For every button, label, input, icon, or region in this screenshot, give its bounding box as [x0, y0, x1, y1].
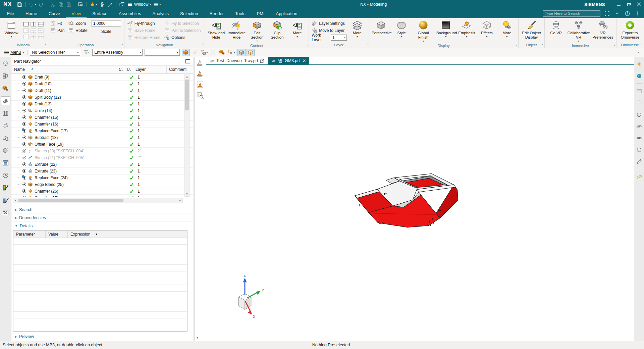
undo-button[interactable]: ▾ — [28, 1, 37, 8]
copy-button[interactable] — [57, 1, 65, 8]
suppress-check-icon[interactable] — [127, 149, 136, 153]
layout-quadt-button[interactable] — [31, 28, 37, 34]
suppress-check-icon[interactable] — [127, 162, 136, 167]
undock-panel-icon[interactable] — [185, 59, 190, 63]
tab-pmi[interactable]: PMI — [251, 9, 270, 18]
tree-row[interactable]: Draft (10)1 — [11, 81, 193, 87]
dock-window-icon[interactable] — [635, 87, 644, 95]
tab-render[interactable]: Render — [204, 9, 229, 18]
suppress-check-icon[interactable] — [127, 129, 136, 133]
group-dialog-launcher[interactable]: ▾ — [45, 43, 46, 46]
tree-row[interactable]: Draft (13)1 — [11, 101, 193, 107]
tree-column-header[interactable]: Name ▲ C. U. Layer Comment — [11, 66, 193, 74]
feature-name[interactable]: Replace Face (17) — [34, 129, 120, 133]
feature-name[interactable]: Chamfer (16) — [34, 122, 120, 127]
close-button[interactable] — [634, 0, 644, 9]
layout-hsplit-button[interactable] — [38, 22, 44, 27]
reset-filter-icon[interactable] — [82, 49, 90, 56]
tree-horizontal-scrollbar[interactable]: ◂ ▸ — [13, 198, 183, 203]
layout-sixb-button[interactable] — [31, 35, 37, 40]
emphasis-button[interactable]: Emphasis▾ — [457, 19, 476, 43]
show-and-hide-button[interactable]: Show and Hide — [207, 19, 226, 43]
vp-section-cone-white-icon[interactable] — [196, 59, 204, 67]
search-input[interactable] — [543, 11, 598, 15]
go-vr-button[interactable]: Go VR — [546, 19, 566, 43]
group-dialog-launcher[interactable]: ▾ — [641, 43, 643, 46]
group-dialog-launcher[interactable]: ▾ — [366, 43, 368, 46]
tab-application[interactable]: Application — [270, 9, 303, 18]
details-column-expression[interactable]: Expression▲ — [68, 231, 108, 238]
column-name[interactable]: Name — [14, 67, 25, 72]
scroll-up-icon[interactable]: ▲ — [185, 74, 189, 79]
tree-row[interactable]: Split Body (12)1 — [11, 94, 193, 101]
orientation-triad[interactable]: Z Y X — [228, 275, 265, 319]
scroll-right-icon[interactable]: ▸ — [178, 199, 182, 202]
section-search[interactable]: ▶Search — [11, 206, 193, 213]
part-tab[interactable]: Test_Daewon_Tray.prt — [206, 57, 268, 64]
process-studio-icon[interactable] — [1, 183, 10, 192]
suppress-check-icon[interactable] — [127, 75, 136, 80]
feature-name[interactable]: Subtract (18) — [34, 135, 120, 140]
style-button[interactable]: Style▾ — [392, 19, 411, 43]
suppress-check-icon[interactable] — [127, 182, 136, 187]
feature-name[interactable]: Edge Blend (25) — [34, 182, 120, 187]
close-tab-icon[interactable]: ✕ — [302, 59, 306, 63]
feature-name[interactable]: Sketch (20) "SKETCH_004" — [34, 149, 120, 153]
rotate-button[interactable]: Rotate — [67, 27, 89, 34]
voice-command-button[interactable] — [99, 1, 106, 8]
more-button[interactable]: More▾ — [287, 19, 307, 43]
scroll-down-icon[interactable]: ▼ — [185, 192, 189, 196]
layout-nine-button[interactable] — [38, 35, 44, 40]
selection-filter-dropdown[interactable]: No Selection Filter▾ — [30, 49, 80, 56]
help-icon[interactable]: ? — [624, 10, 631, 17]
tab-tools[interactable]: Tools — [229, 9, 251, 18]
sort-ascending-icon[interactable]: ▲ — [31, 67, 34, 70]
vp-section-box-icon[interactable] — [196, 81, 204, 89]
web-browser-icon[interactable] — [1, 158, 10, 167]
feature-name[interactable]: Replace Face (24) — [34, 176, 120, 180]
clip-section-button[interactable]: Clip Section — [267, 19, 287, 43]
suppress-check-icon[interactable] — [127, 115, 136, 120]
suppress-check-icon[interactable] — [127, 176, 136, 180]
vr-preferences-button[interactable]: VR Preferences — [591, 19, 614, 43]
tree-row[interactable]: Extrude (22)1 — [11, 161, 193, 168]
detach-tab-icon[interactable] — [260, 59, 264, 63]
layout-sixl-button[interactable] — [23, 35, 29, 40]
hd3d-tools-icon[interactable] — [1, 121, 10, 130]
feature-name[interactable]: Draft (13) — [34, 102, 120, 106]
group-dialog-launcher[interactable]: ▾ — [202, 43, 203, 46]
suppress-check-icon[interactable] — [127, 155, 136, 160]
tab-file[interactable]: File — [1, 9, 20, 18]
annotate-icon[interactable] — [635, 157, 644, 166]
group-dialog-launcher[interactable]: ▾ — [614, 44, 615, 47]
export-to-omniverse-button[interactable]: Export to Omniverse — [618, 19, 642, 42]
options-button[interactable]: Options — [163, 34, 203, 41]
body-rule-icon[interactable] — [247, 49, 255, 56]
tree-vertical-scrollbar[interactable]: ▲ ▼ — [184, 74, 190, 197]
tab-view[interactable]: View — [66, 9, 87, 18]
suppress-check-icon[interactable] — [127, 108, 136, 113]
scrollbar-thumb[interactable] — [18, 199, 123, 202]
suppress-check-icon[interactable] — [127, 82, 136, 86]
touch-mode-button[interactable] — [77, 1, 85, 8]
zoom-button[interactable]: Zoom — [67, 20, 89, 27]
suppress-check-icon[interactable] — [127, 122, 136, 127]
roles-icon[interactable] — [1, 196, 10, 204]
menubar-overflow-icon[interactable] — [634, 10, 641, 17]
section-preview[interactable]: ▶Preview — [11, 333, 193, 340]
tab-assemblies[interactable]: Assemblies — [113, 9, 147, 18]
feature-name[interactable]: Split Body (12) — [34, 95, 120, 100]
ai-sparkle-icon[interactable] — [635, 60, 644, 68]
tree-row[interactable]: Offset Face (19)1 — [11, 141, 193, 148]
column-layer[interactable]: Layer — [136, 67, 146, 72]
feature-name[interactable]: Chamfer (27) — [34, 196, 120, 197]
group-dialog-launcher[interactable]: ▾ — [306, 44, 308, 47]
feature-name[interactable]: Offset Face (19) — [34, 142, 120, 147]
edit-object-display-button[interactable]: Edit Object Display — [520, 19, 542, 42]
more-button[interactable]: More▾ — [497, 19, 517, 43]
named-selection-dropdown[interactable]: ▾ — [145, 49, 180, 56]
part-tab-active[interactable]: 별_GM3.prt✕ — [268, 57, 309, 64]
tab-selection[interactable]: Selection — [174, 9, 204, 18]
background-button[interactable]: Background▾ — [435, 19, 456, 43]
cursor-select-icon[interactable]: ▾ — [227, 49, 235, 56]
